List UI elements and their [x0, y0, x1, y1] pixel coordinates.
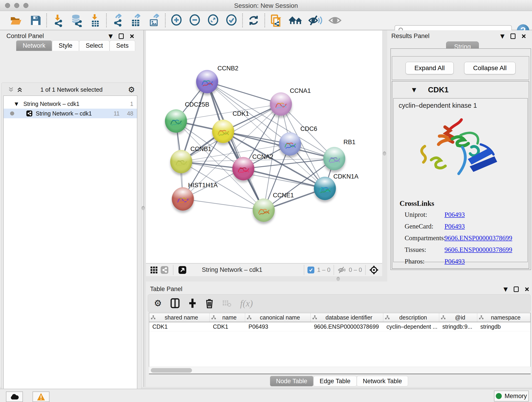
- warning-status-button[interactable]: [32, 391, 50, 402]
- status-bar: Memory: [0, 389, 532, 402]
- zoom-out-icon[interactable]: [188, 13, 202, 27]
- crosslink-link[interactable]: P06493: [444, 211, 465, 218]
- open-folder-icon[interactable]: [9, 13, 23, 27]
- entry-header[interactable]: ▼ CDK1: [392, 81, 529, 98]
- string-network-icon: [26, 110, 32, 117]
- import-database-icon[interactable]: [70, 13, 84, 27]
- collapse-all-button[interactable]: Collapse All: [464, 62, 515, 74]
- tab-edge-table[interactable]: Edge Table: [313, 376, 357, 386]
- network-node-CCNB2[interactable]: [196, 70, 218, 93]
- close-panel-icon[interactable]: [525, 287, 529, 292]
- network-view-canvas[interactable]: CCNB2CCNA1CDC25BCDK1CDC6RB1CCNB1CCNA2CDK…: [146, 31, 382, 263]
- network-node-CDC25B[interactable]: [165, 109, 187, 133]
- crosslink-link[interactable]: 9606.ENSP00000378699: [444, 234, 512, 242]
- float-panel-icon[interactable]: [510, 33, 515, 39]
- cloud-status-button[interactable]: [6, 391, 23, 402]
- results-panel-title: Results Panel: [391, 32, 430, 40]
- crosslink-link[interactable]: P06493: [444, 258, 465, 265]
- column-header-@id[interactable]: @id: [439, 313, 477, 322]
- tab-network-table[interactable]: Network Table: [357, 376, 408, 386]
- export-image-icon[interactable]: [147, 13, 161, 27]
- expand-all-button[interactable]: Expand All: [405, 62, 454, 74]
- tab-style[interactable]: Style: [52, 40, 79, 51]
- column-header-database-identifier[interactable]: database identifier: [311, 313, 383, 322]
- horizontal-splitter-handle[interactable]: [336, 277, 340, 281]
- crosslink-link[interactable]: P06493: [444, 223, 465, 230]
- save-icon[interactable]: [28, 13, 43, 27]
- add-column-icon[interactable]: [188, 298, 196, 308]
- tab-select[interactable]: Select: [79, 40, 109, 51]
- protein-ribbon-thumbnail: [274, 100, 288, 110]
- network-node-CCNE1[interactable]: [253, 198, 275, 222]
- zoom-in-icon[interactable]: [169, 13, 184, 27]
- crosslink-label: Uniprot:: [405, 211, 427, 218]
- table-cell: 9606.ENSP00000378699: [311, 322, 383, 331]
- hidden-elements-icon: [337, 266, 346, 274]
- scrollbar-thumb[interactable]: [151, 368, 192, 373]
- node-label-CCNB2: CCNB2: [217, 65, 239, 72]
- table-cell: CDK1: [210, 322, 245, 331]
- show-columns-icon[interactable]: [171, 298, 180, 308]
- refresh-layout-icon[interactable]: [247, 13, 261, 27]
- collapse-panel-icon[interactable]: ▼: [109, 33, 113, 39]
- network-node-HIST1H1A[interactable]: [172, 187, 194, 211]
- column-header-name[interactable]: name: [210, 313, 245, 322]
- import-table-icon[interactable]: [88, 13, 102, 27]
- close-panel-icon[interactable]: [130, 34, 134, 38]
- entry-detail: cyclin–dependent kinase 1: [393, 98, 528, 262]
- tab-node-table[interactable]: Node Table: [270, 376, 313, 386]
- network-node-CDC6[interactable]: [279, 132, 301, 156]
- zoom-fit-icon[interactable]: [206, 13, 220, 27]
- export-network-icon[interactable]: [110, 13, 125, 27]
- vertical-splitter-handle[interactable]: [383, 152, 386, 156]
- title-bar: Session: New Session: [0, 0, 532, 11]
- table-cell: stringdb: [477, 322, 530, 331]
- delete-column-icon[interactable]: [205, 298, 214, 308]
- zoom-selected-icon[interactable]: [224, 13, 239, 27]
- network-collection-row[interactable]: ▼ String Network – cdk1 1: [4, 99, 137, 109]
- network-node-count: 11: [114, 110, 120, 117]
- preview-eye-icon[interactable]: [328, 13, 342, 27]
- column-header-shared-name[interactable]: shared name: [149, 313, 210, 322]
- network-node-CCNA2[interactable]: [232, 157, 254, 180]
- import-network-icon[interactable]: [51, 13, 65, 27]
- detach-view-icon[interactable]: [177, 263, 188, 277]
- table-options-gear-icon[interactable]: ⚙: [154, 298, 162, 308]
- tab-sets[interactable]: Sets: [109, 40, 135, 51]
- float-panel-icon[interactable]: [119, 33, 124, 39]
- grid-view-icon[interactable]: [149, 263, 159, 277]
- export-table-icon[interactable]: [129, 13, 143, 27]
- table-row[interactable]: CDK1CDK1P064939606.ENSP00000378699cyclin…: [149, 322, 530, 332]
- delete-table-icon: [222, 299, 231, 307]
- crosslink-link[interactable]: 9606.ENSP00000378699: [444, 246, 512, 254]
- entry-disclosure-icon[interactable]: ▼: [412, 87, 416, 93]
- collection-disclosure-icon[interactable]: ▼: [15, 101, 18, 107]
- column-header-description[interactable]: description: [383, 313, 439, 322]
- close-panel-icon[interactable]: [521, 34, 526, 38]
- collapse-panel-icon[interactable]: ▼: [500, 33, 505, 39]
- network-share-view-icon[interactable]: [159, 263, 170, 277]
- network-node-CCNA1[interactable]: [270, 92, 292, 116]
- network-node-CDKN1A[interactable]: [314, 177, 336, 200]
- selected-nodes-checkbox-icon[interactable]: [307, 267, 314, 274]
- birdseye-navigator-icon[interactable]: [369, 265, 379, 275]
- network-row[interactable]: String Network – cdk1 11 48: [4, 109, 137, 118]
- homes-icon[interactable]: [288, 13, 303, 27]
- hide-unhide-icon[interactable]: [308, 13, 322, 27]
- network-options-gear-icon[interactable]: ⚙: [128, 85, 135, 94]
- network-node-RB1[interactable]: [323, 147, 345, 170]
- copy-documents-icon[interactable]: [269, 13, 283, 27]
- vertical-splitter-handle[interactable]: [142, 206, 145, 210]
- collapse-panel-icon[interactable]: ▼: [504, 286, 508, 293]
- toolbar-separator: [242, 13, 243, 27]
- column-header-canonical-name[interactable]: canonical name: [245, 313, 311, 322]
- memory-button[interactable]: Memory: [494, 390, 529, 402]
- network-node-CDK1[interactable]: [212, 120, 234, 143]
- network-node-CCNB1[interactable]: [170, 150, 192, 173]
- float-panel-icon[interactable]: [514, 287, 519, 292]
- table-horizontal-scrollbar[interactable]: [149, 367, 531, 374]
- tab-network[interactable]: Network: [16, 40, 52, 51]
- column-type-icon: [151, 315, 156, 319]
- column-header-namespace[interactable]: namespace: [477, 313, 530, 322]
- crosslink-label: Tissues:: [405, 246, 426, 254]
